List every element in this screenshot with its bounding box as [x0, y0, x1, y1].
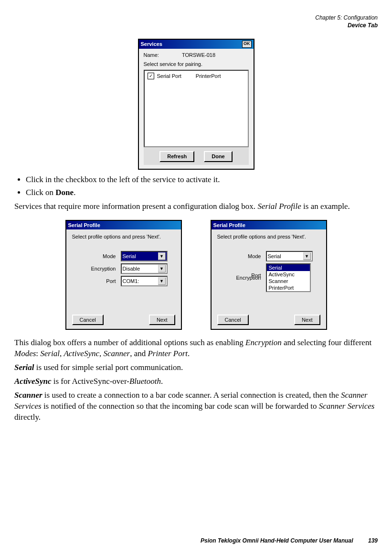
paragraph: Serial is used for simple serial port co…: [14, 362, 378, 373]
services-dialog: Services OK Name: TORSWE-018 Select serv…: [138, 39, 254, 170]
encryption-label: Encryption: [72, 265, 121, 272]
services-titlebar: Services OK: [139, 40, 254, 49]
option-activesync[interactable]: ActiveSync: [267, 271, 310, 278]
option-serial[interactable]: Serial: [267, 264, 310, 271]
sp-instruction: Select profile options and press 'Next'.: [72, 233, 175, 240]
next-button[interactable]: Next: [149, 315, 175, 326]
name-value: TORSWE-018: [182, 52, 215, 59]
chevron-down-icon[interactable]: ▼: [158, 252, 166, 260]
name-label: Name:: [144, 52, 159, 59]
port-combo[interactable]: COM1: ▼: [121, 276, 168, 286]
cancel-button[interactable]: Cancel: [72, 315, 104, 326]
list-item: Click in the checkbox to the left of the…: [26, 174, 378, 185]
services-title: Services: [141, 41, 162, 48]
header-section: Device Tab: [14, 22, 378, 30]
ok-button[interactable]: OK: [242, 41, 252, 48]
chevron-down-icon[interactable]: ▼: [158, 277, 166, 285]
mode-label: Mode: [217, 253, 266, 260]
page-header: Chapter 5: Configuration Device Tab: [14, 14, 378, 29]
service-item[interactable]: ✓ Serial Port PrinterPort: [148, 73, 245, 80]
port-label: Port: [217, 272, 266, 279]
sp-titlebar: Serial Profile: [212, 221, 326, 230]
service-sub: PrinterPort: [196, 73, 221, 80]
cancel-button[interactable]: Cancel: [217, 315, 249, 326]
mode-combo[interactable]: Serial ▼: [121, 251, 168, 261]
next-button[interactable]: Next: [294, 315, 320, 326]
sp-title: Serial Profile: [213, 222, 245, 229]
mode-combo[interactable]: Serial ▼: [266, 251, 313, 261]
mode-dropdown-list[interactable]: Serial ActiveSync Scanner PrinterPort: [266, 263, 311, 292]
chevron-down-icon[interactable]: ▼: [303, 252, 311, 260]
sp-titlebar: Serial Profile: [66, 221, 181, 230]
chevron-down-icon[interactable]: ▼: [158, 265, 166, 272]
refresh-button[interactable]: Refresh: [159, 151, 194, 162]
sp-title: Serial Profile: [68, 222, 100, 229]
encryption-combo[interactable]: Disable ▼: [121, 263, 168, 274]
mode-label: Mode: [72, 253, 121, 260]
paragraph: Services that require more information p…: [14, 201, 378, 212]
service-name: Serial Port: [157, 73, 181, 80]
option-printerport[interactable]: PrinterPort: [267, 284, 310, 291]
list-item: Click on Done.: [26, 187, 378, 198]
serial-profile-dialog-left: Serial Profile Select profile options an…: [65, 220, 182, 330]
paragraph: ActiveSync is for ActiveSync-over-Blueto…: [14, 376, 378, 387]
serial-profile-dialog-right: Serial Profile Select profile options an…: [211, 220, 327, 330]
paragraph: This dialog box offers a number of addit…: [14, 337, 378, 359]
services-instruction: Select service for pairing.: [144, 61, 249, 68]
checkbox-icon[interactable]: ✓: [148, 73, 154, 79]
port-label: Port: [72, 278, 121, 285]
paragraph: Scanner is used to create a connection t…: [14, 390, 378, 423]
instruction-list: Click in the checkbox to the left of the…: [14, 174, 378, 198]
option-scanner[interactable]: Scanner: [267, 278, 310, 284]
header-chapter: Chapter 5: Configuration: [14, 14, 378, 22]
done-button[interactable]: Done: [204, 151, 233, 162]
sp-instruction: Select profile options and press 'Next'.: [217, 233, 320, 240]
services-listbox[interactable]: ✓ Serial Port PrinterPort: [144, 70, 249, 147]
